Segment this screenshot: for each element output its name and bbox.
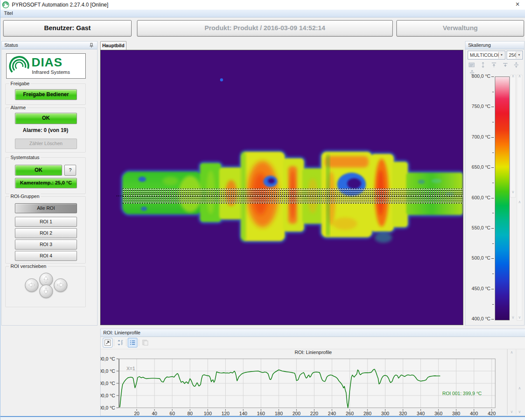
scale-body: 800,0 °C750,0 °C700,0 °C650,0 °C600,0 °C… <box>466 42 525 326</box>
color-scale-bar[interactable] <box>495 76 510 320</box>
scroll-up-icon[interactable]: ∧ <box>517 200 522 204</box>
window-title: PYROSOFT Automation 2.27.4.0 [Online] <box>12 2 108 8</box>
logo-brand-text: DIAS <box>32 56 63 69</box>
window-bottom-edge <box>0 416 525 420</box>
system-help-button[interactable]: ? <box>64 165 76 176</box>
scale-label: 700,0 °C <box>466 134 490 139</box>
x-tick-label: 420 <box>488 411 496 415</box>
y-tick-label: 400,0 °C <box>101 405 115 410</box>
systemstatus-group: Systemstatus OK ? Kameratemp.: 25,0 °C <box>5 157 86 194</box>
toolbar-separator <box>126 339 126 346</box>
line-profile-chart[interactable]: 2040608010012014016018020022024026028030… <box>101 349 525 415</box>
roi-group-button-3[interactable]: ROI 3 <box>15 240 77 250</box>
x-tick-label: 220 <box>310 411 318 415</box>
status-panel-title: Status <box>4 42 18 48</box>
verwaltung-button[interactable]: Verwaltung <box>396 20 524 37</box>
scale-scrollbar-upper[interactable] <box>510 75 516 198</box>
roi-move-down-button[interactable] <box>39 285 53 298</box>
y-tick-label: 500,0 °C <box>101 393 115 398</box>
scale-label: 550,0 °C <box>466 225 490 230</box>
roi-line-band[interactable] <box>116 189 462 203</box>
system-ok-indicator[interactable]: OK <box>15 165 62 176</box>
roi-move-right-button[interactable] <box>54 278 67 292</box>
systemstatus-group-label: Systemstatus <box>9 155 41 160</box>
pin-icon[interactable] <box>89 43 94 48</box>
alarme-group: Alarme OK Alarme: 0 (von 19) Zähler Lösc… <box>5 108 86 153</box>
toolbar-separator <box>139 339 139 346</box>
scale-tick <box>492 304 494 305</box>
x-tick-label: 340 <box>416 411 424 415</box>
scale-label: 800,0 °C <box>466 73 490 79</box>
scale-tick <box>492 243 494 244</box>
alarm-ok-indicator[interactable]: OK <box>15 113 77 124</box>
x-tick-label: 240 <box>328 411 336 415</box>
roi-verschieben-group-label: ROI verschieben <box>9 264 48 269</box>
scroll-up-icon[interactable]: ∧ <box>510 74 516 78</box>
arrow-right-icon <box>56 281 65 289</box>
thermal-image[interactable] <box>100 50 463 325</box>
chart-copy-button[interactable] <box>140 338 150 347</box>
y-tick-label: 600,0 °C <box>101 381 115 386</box>
freigabe-bediener-button[interactable]: Freigabe Bediener <box>15 89 77 100</box>
camera-temp-indicator[interactable]: Kameratemp.: 25,0 °C <box>15 178 77 188</box>
x-tick-label: 60 <box>170 411 175 415</box>
scroll-down-icon[interactable]: ∨ <box>517 410 522 414</box>
titlebar: PYROSOFT Automation 2.27.4.0 [Online] × <box>0 0 525 10</box>
roi-group-button-alle[interactable]: Alle ROI <box>15 203 77 213</box>
roi-verschieben-group: ROI verschieben <box>5 266 86 307</box>
scale-tick <box>491 76 494 77</box>
scroll-up-icon[interactable]: ∧ <box>517 74 522 78</box>
scale-label: 600,0 °C <box>466 195 490 200</box>
scale-scrollbar-lower[interactable] <box>517 75 522 321</box>
scroll-down-icon[interactable]: ∨ <box>517 315 522 319</box>
roi-group-button-1[interactable]: ROI 1 <box>15 217 77 227</box>
roi-buttons-container: Alle ROIROI 1ROI 2ROI 3ROI 4 <box>15 203 77 262</box>
x-tick-label: 400 <box>470 411 478 415</box>
chart-popout-button[interactable] <box>103 338 112 347</box>
roi-gruppen-group: ROI-Gruppen Alle ROIROI 1ROI 2ROI 3ROI 4 <box>5 196 86 264</box>
popout-arrow-icon <box>104 339 111 346</box>
scale-label: 450,0 °C <box>466 286 490 291</box>
close-icon[interactable]: × <box>513 0 522 9</box>
scale-tick <box>491 167 494 168</box>
scroll-down-icon[interactable]: ∨ <box>510 315 516 319</box>
chart-autoscale-button[interactable] <box>116 338 125 347</box>
chart-title: ROI: Linienprofile <box>101 350 525 355</box>
list-icon <box>129 339 136 346</box>
scroll-down-icon[interactable]: ∨ <box>510 190 516 194</box>
benutzer-button[interactable]: Benutzer: Gast <box>3 20 132 37</box>
x-tick-label: 120 <box>221 411 229 415</box>
tab-hauptbild[interactable]: Hauptbild <box>100 41 126 50</box>
toolbar-separator <box>114 339 114 346</box>
scroll-up-icon[interactable]: ∧ <box>517 386 522 390</box>
zaehler-loeschen-button[interactable]: Zähler Löschen <box>15 139 77 149</box>
scale-tick <box>491 289 494 289</box>
produkt-button[interactable]: Produkt: Produkt / 2016-03-09 14:52:14 <box>137 20 393 37</box>
x-tick-label: 260 <box>346 411 354 415</box>
freigabe-group-label: Freigabe <box>9 81 31 86</box>
scale-label: 500,0 °C <box>466 255 490 260</box>
app-logo-icon <box>2 1 9 8</box>
copy-icon <box>142 339 149 346</box>
alarme-group-label: Alarme <box>9 105 27 110</box>
x-tick-label: 280 <box>364 411 371 415</box>
roi-value-label: ROI 001: 399,9 °C <box>442 391 482 396</box>
y-tick-label: 700,0 °C <box>101 368 115 374</box>
chart-legend-button[interactable] <box>128 338 137 347</box>
x-tick-label: 20 <box>134 411 139 415</box>
roi-group-button-2[interactable]: ROI 2 <box>15 228 77 238</box>
roi-move-left-button[interactable] <box>25 278 38 292</box>
arrow-left-icon <box>27 281 36 289</box>
scroll-down-icon[interactable]: ∨ <box>509 410 514 414</box>
titel-bar: Titel <box>0 10 525 17</box>
x-tick-label: 360 <box>434 411 442 415</box>
scroll-up-icon[interactable]: ∧ <box>509 350 514 354</box>
app-window: PYROSOFT Automation 2.27.4.0 [Online] × … <box>0 0 525 420</box>
arrow-down-icon <box>42 287 50 295</box>
x-tick-label: 40 <box>152 411 157 415</box>
x-tick-label: 300 <box>381 411 389 415</box>
linienprofile-panel: ROI: Linienprofile <box>100 329 525 416</box>
x-tick-label: 80 <box>187 411 192 415</box>
roi-group-button-4[interactable]: ROI 4 <box>15 251 77 261</box>
scale-tick <box>491 137 494 138</box>
